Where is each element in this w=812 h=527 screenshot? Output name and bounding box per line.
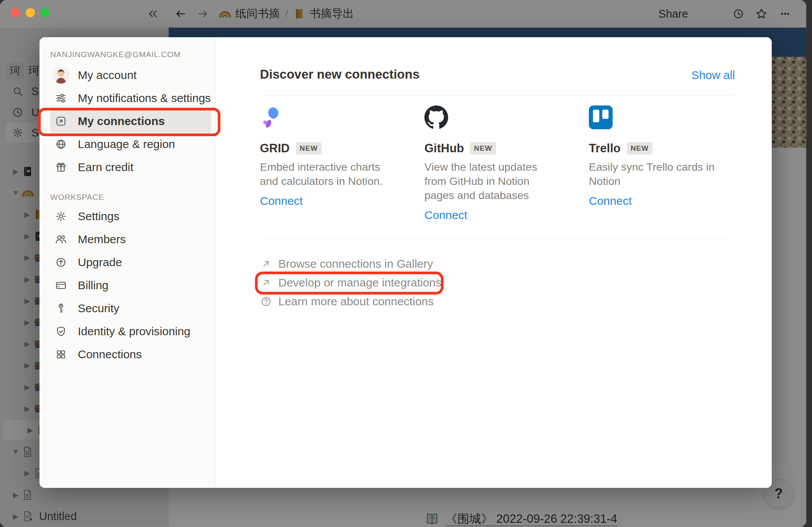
sidebar-page-row[interactable]: ▶: [0, 377, 46, 397]
sidebar-page-row[interactable]: ▶Untitled: [0, 507, 77, 526]
toggle-collapsed-icon[interactable]: ▶: [25, 426, 36, 435]
shield-check-icon: [55, 325, 67, 338]
more-options-icon[interactable]: [779, 5, 791, 22]
page-title-label: Untitled: [39, 510, 77, 523]
toggle-expanded-icon[interactable]: ▼: [10, 448, 21, 456]
table-column-divider: [620, 512, 621, 527]
connect-link[interactable]: Connect: [260, 194, 424, 208]
toggle-collapsed-icon[interactable]: ▶: [21, 318, 33, 327]
arrow-up-right-icon: [260, 258, 272, 270]
doc-icon: [21, 489, 34, 501]
sidebar-page-row[interactable]: ▶: [0, 162, 34, 181]
star-favorite-icon[interactable]: [755, 5, 768, 22]
sidebar-page-row[interactable]: ▶: [0, 399, 46, 418]
breadcrumb-item[interactable]: 书摘导出: [293, 6, 354, 21]
settings-menu-members[interactable]: Members: [50, 228, 211, 251]
toggle-collapsed-icon[interactable]: ▶: [21, 339, 33, 348]
settings-menu-upgrade[interactable]: Upgrade: [50, 251, 211, 274]
history-clock-icon[interactable]: [732, 5, 745, 22]
sidebar-page-row[interactable]: ▶: [0, 313, 46, 332]
toggle-collapsed-icon[interactable]: ▶: [21, 469, 33, 478]
toggle-collapsed-icon[interactable]: ▶: [21, 253, 33, 262]
connection-description: View the latest updates from GitHub in N…: [424, 160, 559, 203]
connection-card-grid: GRIDNEWEmbed interactive charts and calc…: [260, 105, 424, 222]
account-email: NANJINGWANGKE@GMAIL.COM: [50, 50, 215, 59]
ellipsis-icon: [779, 8, 791, 20]
toggle-collapsed-icon[interactable]: ▶: [10, 491, 21, 499]
settings-menu-my-account[interactable]: My account: [50, 64, 211, 87]
settings-menu-earn-credit[interactable]: Earn credit: [50, 156, 211, 179]
show-all-link[interactable]: Show all: [692, 69, 735, 82]
breadcrumb-label: 纸间书摘: [235, 6, 280, 21]
connect-link[interactable]: Connect: [424, 209, 589, 222]
toggle-expanded-icon[interactable]: ▼: [10, 189, 21, 197]
star-icon: [755, 8, 768, 20]
breadcrumb-label: 书摘导出: [309, 6, 354, 21]
breadcrumb: 纸间书摘/书摘导出: [219, 5, 354, 22]
arrow-box-icon: [55, 115, 67, 127]
toggle-collapsed-icon[interactable]: ▶: [21, 232, 33, 240]
minimize-window-button[interactable]: [26, 8, 35, 17]
table-row[interactable]: 《围城》 2022-09-26 22:39:31-4: [425, 508, 617, 527]
toggle-collapsed-icon[interactable]: ▶: [10, 512, 21, 521]
sidebar-page-row[interactable]: ▶: [0, 227, 45, 246]
sidebar-page-row[interactable]: ▼: [0, 183, 35, 203]
settings-menu-label: Settings: [78, 210, 119, 223]
divider: [260, 95, 735, 96]
sidebar-page-row[interactable]: ▶: [0, 291, 46, 310]
settings-menu-connections[interactable]: Connections: [50, 343, 211, 366]
footer-link-develop-or-manage-integrations[interactable]: Develop or manage integrations: [260, 273, 441, 292]
connection-description: Embed interactive charts and calculators…: [260, 160, 395, 188]
sidebar-page-row[interactable]: ▶: [0, 485, 34, 504]
settings-menu-language-region[interactable]: Language & region: [50, 133, 211, 156]
settings-menu-my-connections[interactable]: My connections: [50, 110, 211, 133]
doc-link-icon: [21, 510, 34, 522]
grid-logo-icon: [260, 105, 284, 130]
sidebar-page-row[interactable]: ▼: [0, 442, 34, 461]
sidebar-divider: [0, 522, 169, 522]
workspace-avatar: 珂: [6, 62, 24, 80]
trello-logo-icon: [589, 105, 613, 129]
footer-link-label: Develop or manage integrations: [278, 276, 441, 289]
forward-icon[interactable]: [197, 5, 209, 22]
connection-name: GitHub: [424, 142, 464, 155]
settings-menu-identity-provisioning[interactable]: Identity & provisioning: [50, 320, 211, 343]
sidebar-page-row[interactable]: ▶: [0, 205, 45, 224]
connection-card-trello: TrelloNEWEasily sync Trello cards in Not…: [589, 105, 753, 222]
sidebar-page-row[interactable]: ▶: [0, 248, 46, 267]
zoom-window-button[interactable]: [41, 8, 50, 17]
toggle-collapsed-icon[interactable]: ▶: [21, 296, 33, 305]
settings-menu-billing[interactable]: Billing: [50, 274, 211, 297]
sidebar-collapse-icon[interactable]: [147, 5, 159, 22]
sidebar-page-row[interactable]: ▶: [0, 270, 46, 289]
settings-menu-settings[interactable]: Settings: [50, 205, 211, 228]
notebook-icon: [21, 165, 34, 178]
share-button[interactable]: Share: [659, 5, 688, 22]
table-row-title[interactable]: 《围城》 2022-09-26 22:39:31-4: [445, 511, 617, 527]
settings-menu-my-notifications-settings[interactable]: My notifications & settings: [50, 87, 211, 110]
back-icon[interactable]: [174, 5, 187, 22]
close-window-button[interactable]: [11, 8, 20, 17]
connect-link[interactable]: Connect: [589, 194, 753, 208]
breadcrumb-separator: /: [284, 8, 289, 20]
connection-card-github: GitHubNEWView the latest updates from Gi…: [424, 105, 589, 222]
toggle-collapsed-icon[interactable]: ▶: [21, 275, 33, 284]
footer-link-learn-more-about-connections[interactable]: Learn more about connections: [260, 292, 441, 311]
toggle-collapsed-icon[interactable]: ▶: [21, 383, 33, 392]
sidebar-page-row[interactable]: ▶: [0, 464, 45, 483]
toggle-collapsed-icon[interactable]: ▶: [21, 361, 33, 370]
toggle-collapsed-icon[interactable]: ▶: [21, 210, 33, 219]
sidebar-page-row[interactable]: ▶: [0, 334, 46, 354]
question-circle-icon: [260, 295, 272, 308]
gear-icon: [55, 210, 67, 222]
footer-link-browse-connections-in-gallery[interactable]: Browse connections in Gallery: [260, 254, 441, 273]
breadcrumb-item[interactable]: 纸间书摘: [219, 6, 280, 21]
toggle-collapsed-icon[interactable]: ▶: [21, 404, 33, 413]
settings-menu-label: Security: [78, 302, 119, 315]
rainbow-icon: [21, 186, 35, 199]
toggle-collapsed-icon[interactable]: ▶: [10, 167, 21, 176]
window-topbar: 纸间书摘/书摘导出 Share: [0, 0, 806, 28]
sidebar-page-row[interactable]: ▶: [0, 356, 46, 375]
connection-name: Trello: [589, 142, 621, 155]
settings-menu-security[interactable]: Security: [50, 297, 211, 320]
